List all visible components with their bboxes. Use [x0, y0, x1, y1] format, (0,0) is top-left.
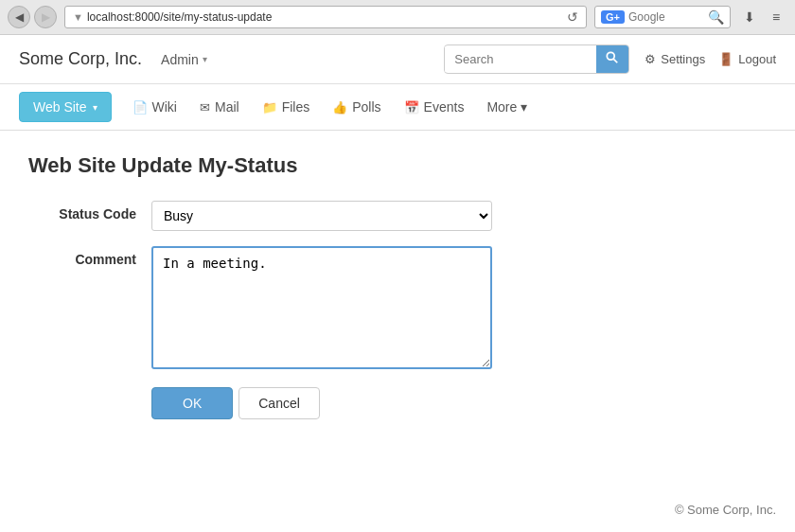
nav-mail-label: Mail [215, 99, 239, 115]
settings-link[interactable]: ⚙ Settings [645, 52, 705, 66]
url-text: localhost:8000/site/my-status-update [87, 10, 563, 24]
cancel-button[interactable]: Cancel [238, 387, 320, 419]
status-code-label: Status Code [38, 201, 151, 222]
files-icon: 📁 [262, 100, 277, 115]
status-code-select[interactable]: Available Busy Away Do Not Disturb Offli… [151, 201, 492, 231]
nav-polls-link[interactable]: 👍 Polls [321, 93, 392, 121]
nav-bar: Web Site ▾ 📄 Wiki ✉ Mail 📁 Files 👍 Polls… [0, 84, 795, 131]
browser-actions: ⬇ ≡ [738, 6, 787, 28]
nav-polls-label: Polls [352, 99, 380, 115]
nav-files-label: Files [282, 99, 310, 115]
events-icon: 📅 [404, 100, 419, 115]
website-btn-label: Web Site [33, 99, 87, 115]
polls-icon: 👍 [332, 100, 347, 115]
address-bar[interactable]: ▼ localhost:8000/site/my-status-update ↺ [64, 6, 587, 28]
logout-icon: 🚪 [718, 52, 733, 66]
status-code-row: Status Code Available Busy Away Do Not D… [38, 201, 767, 231]
google-search-icon[interactable]: 🔍 [708, 9, 724, 25]
page-title: Web Site Update My-Status [28, 153, 767, 178]
secure-icon: ▼ [73, 11, 83, 23]
browser-nav-buttons: ◀ ▶ [8, 6, 57, 28]
footer: © Some Corp, Inc. [675, 503, 776, 517]
reload-button[interactable]: ↺ [567, 9, 578, 25]
browser-menu-button[interactable]: ≡ [765, 6, 787, 28]
nav-events-link[interactable]: 📅 Events [393, 93, 476, 121]
settings-label: Settings [661, 52, 705, 66]
back-button[interactable]: ◀ [8, 6, 30, 28]
search-input[interactable] [445, 46, 596, 72]
search-icon [606, 51, 619, 64]
nav-files-link[interactable]: 📁 Files [251, 93, 322, 121]
main-content: Web Site Update My-Status Status Code Av… [0, 131, 795, 442]
app-logo: Some Corp, Inc. [19, 49, 142, 69]
logout-label: Logout [738, 52, 776, 66]
admin-label: Admin [161, 52, 199, 67]
mail-icon: ✉ [200, 100, 210, 115]
nav-wiki-label: Wiki [152, 99, 177, 115]
comment-textarea[interactable]: In a meeting. [151, 246, 492, 369]
nav-events-label: Events [424, 99, 465, 115]
more-caret: ▾ [521, 99, 527, 115]
browser-chrome: ◀ ▶ ▼ localhost:8000/site/my-status-upda… [0, 0, 795, 35]
settings-icon: ⚙ [645, 52, 656, 66]
svg-point-0 [608, 52, 615, 60]
comment-label: Comment [38, 246, 151, 267]
more-dropdown[interactable]: More ▾ [475, 93, 539, 121]
form-buttons: OK Cancel [38, 387, 767, 419]
google-search-area[interactable]: G+ 🔍 [594, 6, 731, 28]
logout-link[interactable]: 🚪 Logout [718, 52, 776, 66]
admin-dropdown[interactable]: Admin ▾ [161, 52, 207, 67]
app-header: Some Corp, Inc. Admin ▾ ⚙ Settings 🚪 Log… [0, 35, 795, 84]
comment-control: In a meeting. [151, 246, 492, 372]
forward-button[interactable]: ▶ [34, 6, 57, 28]
google-search-input[interactable] [628, 10, 704, 24]
status-code-control: Available Busy Away Do Not Disturb Offli… [151, 201, 492, 231]
nav-mail-link[interactable]: ✉ Mail [188, 93, 251, 121]
comment-row: Comment In a meeting. [38, 246, 767, 372]
ok-button[interactable]: OK [151, 387, 233, 419]
website-button[interactable]: Web Site ▾ [19, 92, 112, 122]
download-button[interactable]: ⬇ [738, 6, 761, 28]
wiki-icon: 📄 [132, 100, 148, 115]
website-btn-caret: ▾ [93, 102, 97, 113]
svg-line-1 [614, 59, 618, 62]
search-box[interactable] [444, 44, 629, 74]
form-area: Status Code Available Busy Away Do Not D… [28, 201, 767, 419]
more-label: More [486, 99, 517, 115]
google-icon: G+ [601, 10, 625, 24]
admin-caret: ▾ [203, 54, 207, 64]
footer-text: © Some Corp, Inc. [675, 503, 776, 517]
nav-wiki-link[interactable]: 📄 Wiki [121, 93, 188, 121]
search-button[interactable] [596, 45, 628, 73]
